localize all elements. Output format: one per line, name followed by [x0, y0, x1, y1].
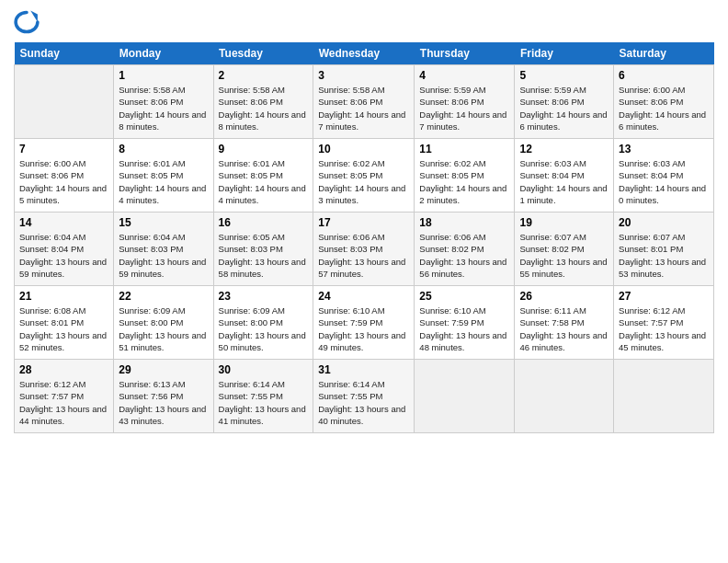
calendar-cell: 29Sunrise: 6:13 AMSunset: 7:56 PMDayligh… [114, 360, 213, 433]
weekday-header-wednesday: Wednesday [313, 42, 415, 65]
calendar-cell [614, 360, 714, 433]
day-number: 25 [419, 290, 509, 303]
logo-icon [14, 9, 40, 35]
day-info: Sunrise: 6:01 AMSunset: 8:05 PMDaylight:… [219, 157, 309, 206]
calendar-cell: 20Sunrise: 6:07 AMSunset: 8:01 PMDayligh… [614, 213, 714, 286]
calendar-cell: 10Sunrise: 6:02 AMSunset: 8:05 PMDayligh… [313, 139, 415, 213]
day-info: Sunrise: 5:58 AMSunset: 8:06 PMDaylight:… [119, 84, 208, 132]
calendar-cell: 28Sunrise: 6:12 AMSunset: 7:57 PMDayligh… [15, 360, 114, 433]
day-number: 31 [318, 363, 409, 376]
day-number: 23 [219, 290, 309, 303]
day-info: Sunrise: 6:00 AMSunset: 8:06 PMDaylight:… [19, 157, 108, 206]
day-info: Sunrise: 6:04 AMSunset: 8:04 PMDaylight:… [19, 231, 108, 280]
day-number: 16 [219, 216, 309, 229]
calendar-cell: 14Sunrise: 6:04 AMSunset: 8:04 PMDayligh… [15, 213, 114, 286]
day-number: 14 [19, 216, 108, 229]
day-number: 20 [619, 216, 709, 229]
calendar-cell: 9Sunrise: 6:01 AMSunset: 8:05 PMDaylight… [213, 139, 313, 213]
calendar-cell: 27Sunrise: 6:12 AMSunset: 7:57 PMDayligh… [614, 286, 714, 360]
day-info: Sunrise: 6:03 AMSunset: 8:04 PMDaylight:… [619, 157, 709, 206]
day-number: 9 [219, 143, 309, 155]
calendar-cell: 5Sunrise: 5:59 AMSunset: 8:06 PMDaylight… [515, 65, 614, 139]
calendar-cell: 24Sunrise: 6:10 AMSunset: 7:59 PMDayligh… [313, 286, 415, 360]
day-number: 17 [318, 216, 409, 229]
week-row-1: 1Sunrise: 5:58 AMSunset: 8:06 PMDaylight… [15, 65, 714, 139]
day-info: Sunrise: 6:12 AMSunset: 7:57 PMDaylight:… [619, 304, 709, 353]
day-info: Sunrise: 5:58 AMSunset: 8:06 PMDaylight:… [219, 84, 309, 132]
day-info: Sunrise: 5:58 AMSunset: 8:06 PMDaylight:… [318, 84, 409, 132]
day-info: Sunrise: 6:14 AMSunset: 7:55 PMDaylight:… [318, 378, 409, 427]
calendar-cell: 18Sunrise: 6:06 AMSunset: 8:02 PMDayligh… [415, 213, 515, 286]
day-info: Sunrise: 5:59 AMSunset: 8:06 PMDaylight:… [519, 84, 609, 132]
day-info: Sunrise: 6:07 AMSunset: 8:01 PMDaylight:… [619, 231, 709, 280]
header [14, 9, 714, 35]
day-info: Sunrise: 6:12 AMSunset: 7:57 PMDaylight:… [19, 378, 108, 427]
day-info: Sunrise: 6:06 AMSunset: 8:03 PMDaylight:… [318, 231, 409, 280]
day-info: Sunrise: 6:11 AMSunset: 7:58 PMDaylight:… [519, 304, 609, 353]
day-info: Sunrise: 6:09 AMSunset: 8:00 PMDaylight:… [219, 304, 309, 353]
weekday-header-tuesday: Tuesday [213, 42, 313, 65]
day-number: 6 [619, 69, 709, 82]
calendar-cell [415, 360, 515, 433]
day-info: Sunrise: 6:03 AMSunset: 8:04 PMDaylight:… [519, 157, 609, 206]
calendar-cell: 17Sunrise: 6:06 AMSunset: 8:03 PMDayligh… [313, 213, 415, 286]
day-number: 8 [119, 143, 208, 155]
week-row-2: 7Sunrise: 6:00 AMSunset: 8:06 PMDaylight… [15, 139, 714, 213]
week-row-5: 28Sunrise: 6:12 AMSunset: 7:57 PMDayligh… [15, 360, 714, 433]
day-info: Sunrise: 6:14 AMSunset: 7:55 PMDaylight:… [219, 378, 309, 427]
day-number: 22 [119, 290, 208, 303]
day-info: Sunrise: 6:07 AMSunset: 8:02 PMDaylight:… [519, 231, 609, 280]
calendar-cell [515, 360, 614, 433]
calendar-cell [15, 65, 114, 139]
calendar-cell: 19Sunrise: 6:07 AMSunset: 8:02 PMDayligh… [515, 213, 614, 286]
day-number: 3 [318, 69, 409, 82]
week-row-3: 14Sunrise: 6:04 AMSunset: 8:04 PMDayligh… [15, 213, 714, 286]
day-number: 19 [519, 216, 609, 229]
day-info: Sunrise: 6:01 AMSunset: 8:05 PMDaylight:… [119, 157, 208, 206]
calendar-cell: 13Sunrise: 6:03 AMSunset: 8:04 PMDayligh… [614, 139, 714, 213]
day-info: Sunrise: 6:10 AMSunset: 7:59 PMDaylight:… [419, 304, 509, 353]
weekday-header-friday: Friday [515, 42, 614, 65]
calendar-cell: 31Sunrise: 6:14 AMSunset: 7:55 PMDayligh… [313, 360, 415, 433]
weekday-header-saturday: Saturday [614, 42, 714, 65]
calendar-cell: 2Sunrise: 5:58 AMSunset: 8:06 PMDaylight… [213, 65, 313, 139]
day-number: 30 [219, 363, 309, 376]
weekday-header-row: SundayMondayTuesdayWednesdayThursdayFrid… [15, 42, 714, 65]
calendar-cell: 11Sunrise: 6:02 AMSunset: 8:05 PMDayligh… [415, 139, 515, 213]
day-number: 10 [318, 143, 409, 155]
day-number: 28 [19, 363, 108, 376]
day-info: Sunrise: 6:09 AMSunset: 8:00 PMDaylight:… [119, 304, 208, 353]
calendar-cell: 22Sunrise: 6:09 AMSunset: 8:00 PMDayligh… [114, 286, 213, 360]
day-number: 24 [318, 290, 409, 303]
calendar-cell: 25Sunrise: 6:10 AMSunset: 7:59 PMDayligh… [415, 286, 515, 360]
day-number: 29 [119, 363, 208, 376]
day-info: Sunrise: 6:02 AMSunset: 8:05 PMDaylight:… [318, 157, 409, 206]
calendar-cell: 16Sunrise: 6:05 AMSunset: 8:03 PMDayligh… [213, 213, 313, 286]
weekday-header-thursday: Thursday [415, 42, 515, 65]
day-number: 18 [419, 216, 509, 229]
day-info: Sunrise: 6:08 AMSunset: 8:01 PMDaylight:… [19, 304, 108, 353]
day-number: 1 [119, 69, 208, 82]
weekday-header-monday: Monday [114, 42, 213, 65]
day-number: 27 [619, 290, 709, 303]
calendar-cell: 7Sunrise: 6:00 AMSunset: 8:06 PMDaylight… [15, 139, 114, 213]
day-number: 15 [119, 216, 208, 229]
calendar-cell: 1Sunrise: 5:58 AMSunset: 8:06 PMDaylight… [114, 65, 213, 139]
day-info: Sunrise: 6:10 AMSunset: 7:59 PMDaylight:… [318, 304, 409, 353]
day-info: Sunrise: 6:04 AMSunset: 8:03 PMDaylight:… [119, 231, 208, 280]
day-number: 5 [519, 69, 609, 82]
calendar-cell: 3Sunrise: 5:58 AMSunset: 8:06 PMDaylight… [313, 65, 415, 139]
calendar-cell: 26Sunrise: 6:11 AMSunset: 7:58 PMDayligh… [515, 286, 614, 360]
calendar-cell: 21Sunrise: 6:08 AMSunset: 8:01 PMDayligh… [15, 286, 114, 360]
weekday-header-sunday: Sunday [15, 42, 114, 65]
calendar-cell: 4Sunrise: 5:59 AMSunset: 8:06 PMDaylight… [415, 65, 515, 139]
day-number: 11 [419, 143, 509, 155]
week-row-4: 21Sunrise: 6:08 AMSunset: 8:01 PMDayligh… [15, 286, 714, 360]
calendar-cell: 6Sunrise: 6:00 AMSunset: 8:06 PMDaylight… [614, 65, 714, 139]
day-info: Sunrise: 6:00 AMSunset: 8:06 PMDaylight:… [619, 84, 709, 132]
day-number: 12 [519, 143, 609, 155]
day-info: Sunrise: 5:59 AMSunset: 8:06 PMDaylight:… [419, 84, 509, 132]
day-number: 13 [619, 143, 709, 155]
day-info: Sunrise: 6:13 AMSunset: 7:56 PMDaylight:… [119, 378, 208, 427]
calendar-cell: 12Sunrise: 6:03 AMSunset: 8:04 PMDayligh… [515, 139, 614, 213]
